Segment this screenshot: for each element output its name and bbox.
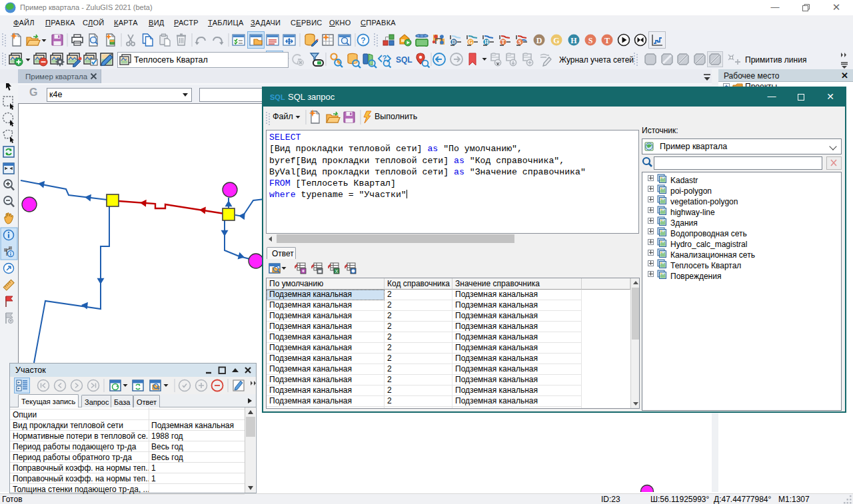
svg-text:SQL: SQL xyxy=(396,55,413,65)
svg-text:T: T xyxy=(501,39,505,45)
svg-text:S: S xyxy=(588,36,593,45)
svg-text:?: ? xyxy=(361,36,365,45)
svg-text:G: G xyxy=(553,36,559,45)
svg-text:G: G xyxy=(468,39,472,45)
svg-text:D: D xyxy=(452,39,456,45)
svg-text:X: X xyxy=(335,269,339,274)
svg-text:T: T xyxy=(604,36,610,45)
svg-text:D: D xyxy=(536,36,542,45)
svg-text:Примитив линия: Примитив линия xyxy=(745,55,806,65)
svg-text:Журнал учета сетей: Журнал учета сетей xyxy=(559,55,634,65)
svg-text:S: S xyxy=(518,39,522,45)
svg-text:H: H xyxy=(570,36,577,45)
svg-text:H: H xyxy=(484,39,489,45)
